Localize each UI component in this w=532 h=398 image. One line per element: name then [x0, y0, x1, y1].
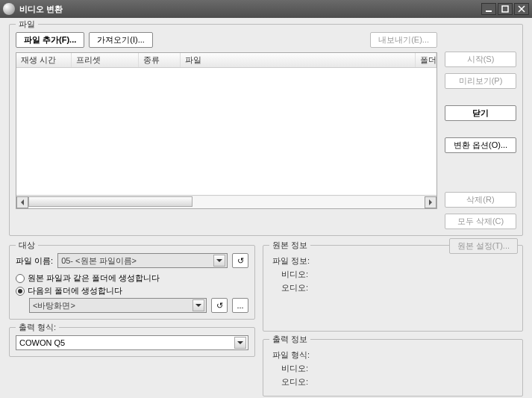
browse-folder-button[interactable]: ... — [232, 298, 248, 313]
target-group: 대상 파일 이름: 05- <원본 파일이름> ↺ 원본 파일 — [9, 245, 255, 320]
chevron-down-icon — [213, 255, 225, 267]
svg-rect-1 — [502, 6, 508, 12]
minimize-button[interactable] — [481, 3, 496, 15]
horizontal-scrollbar[interactable] — [16, 195, 436, 208]
file-list-body[interactable] — [16, 68, 436, 195]
chevron-down-icon — [234, 337, 246, 349]
filename-undo-button[interactable]: ↺ — [232, 253, 248, 268]
preview-button[interactable]: 미리보기(P) — [445, 73, 516, 89]
col-preset[interactable]: 프리셋 — [72, 53, 139, 67]
filename-select[interactable]: 05- <원본 파일이름> — [57, 253, 228, 268]
output-format-select[interactable]: COWON Q5 — [16, 335, 248, 350]
folder-select[interactable]: <바탕화면> — [29, 298, 207, 313]
output-format-legend: 출력 형식: — [16, 322, 59, 333]
outinfo-legend: 출력 정보 — [269, 334, 310, 345]
scroll-thumb[interactable] — [28, 196, 193, 207]
origin-video-label: 비디오: — [281, 269, 308, 280]
undo-icon: ↺ — [216, 301, 223, 311]
file-list: 재생 시간 프리셋 종류 파일 폴더 — [16, 52, 437, 209]
close-app-button[interactable]: 닫기 — [445, 105, 516, 121]
delete-button[interactable]: 삭제(R) — [445, 192, 516, 208]
ellipsis-icon: ... — [237, 301, 243, 310]
outinfo-video-label: 비디오: — [281, 363, 308, 374]
file-group-legend: 파일 — [16, 19, 38, 30]
origin-legend: 원본 정보 — [269, 240, 310, 251]
radio-icon — [16, 274, 25, 283]
svg-rect-0 — [486, 10, 492, 12]
start-button[interactable]: 시작(S) — [445, 52, 516, 67]
import-button[interactable]: 가져오기(I)... — [89, 32, 153, 48]
col-kind[interactable]: 종류 — [139, 53, 181, 67]
outinfo-audio-label: 오디오: — [281, 376, 308, 388]
origin-audio-label: 오디오: — [281, 282, 308, 293]
target-legend: 대상 — [16, 240, 38, 251]
col-folder[interactable]: 폴더 — [416, 53, 436, 67]
undo-icon: ↺ — [237, 256, 244, 266]
output-format-value: COWON Q5 — [19, 338, 65, 347]
radio-same-folder[interactable]: 원본 파일과 같은 폴더에 생성합니다 — [16, 273, 248, 284]
col-file[interactable]: 파일 — [181, 53, 416, 67]
window-title: 비디오 변환 — [19, 4, 481, 15]
filename-label: 파일 이름: — [16, 255, 53, 267]
title-bar: 비디오 변환 — [0, 0, 532, 18]
output-info-group: 출력 정보 파일 형식: 비디오: 오디오: — [263, 339, 523, 397]
delete-all-button[interactable]: 모두 삭제(C) — [445, 214, 516, 229]
origin-settings-button[interactable]: 원본 설정(T)... — [449, 238, 518, 254]
scroll-track[interactable] — [28, 196, 425, 208]
filename-value: 05- <원본 파일이름> — [61, 255, 137, 267]
outinfo-fileformat-label: 파일 형식: — [272, 349, 310, 361]
maximize-button[interactable] — [498, 3, 513, 15]
file-group: 파일 파일 추가(F)... 가져오기(I)... 내보내기(E)... 재생 … — [9, 24, 523, 236]
export-button[interactable]: 내보내기(E)... — [370, 32, 437, 48]
col-playtime[interactable]: 재생 시간 — [16, 53, 72, 67]
scroll-left-icon[interactable] — [16, 196, 28, 208]
origin-fileinfo-label: 파일 정보: — [272, 255, 310, 267]
close-button[interactable] — [514, 3, 529, 15]
output-format-group: 출력 형식: COWON Q5 — [9, 327, 255, 357]
add-file-button[interactable]: 파일 추가(F)... — [16, 32, 84, 48]
radio-custom-label: 다음의 폴더에 생성합니다 — [28, 285, 122, 296]
side-buttons: 시작(S) 미리보기(P) 닫기 변환 옵션(O)... 삭제(R) 모두 삭제… — [445, 32, 516, 229]
convert-options-button[interactable]: 변환 옵션(O)... — [445, 137, 516, 153]
folder-undo-button[interactable]: ↺ — [211, 298, 228, 313]
scroll-right-icon[interactable] — [425, 196, 436, 208]
window-buttons — [481, 3, 529, 15]
file-list-header: 재생 시간 프리셋 종류 파일 폴더 — [16, 53, 436, 68]
origin-info-group: 원본 정보 원본 설정(T)... 파일 정보: 비디오: 오디오: — [263, 245, 523, 332]
radio-custom-folder[interactable]: 다음의 폴더에 생성합니다 — [16, 285, 248, 296]
chevron-down-icon — [193, 299, 204, 311]
radio-icon — [16, 287, 25, 296]
app-icon — [3, 3, 15, 15]
folder-value: <바탕화면> — [33, 300, 75, 311]
radio-same-label: 원본 파일과 같은 폴더에 생성합니다 — [28, 273, 160, 284]
